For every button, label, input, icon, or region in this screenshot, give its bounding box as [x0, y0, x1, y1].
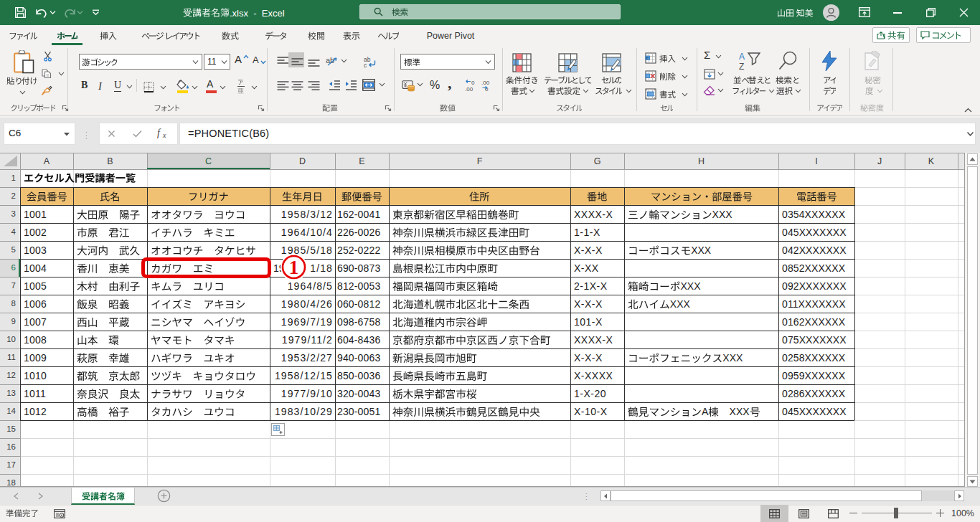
svg-text:1: 1: [289, 257, 299, 278]
